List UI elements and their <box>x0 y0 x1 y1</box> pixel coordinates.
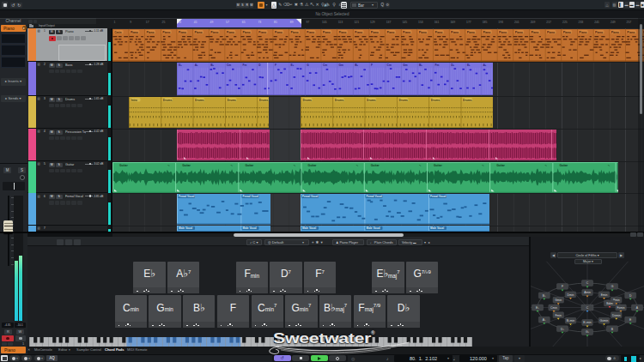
svg-text:Piano: Piano <box>467 30 475 33</box>
svg-text:B♭: B♭ <box>419 63 422 67</box>
svg-text:Femal Vocal: Femal Vocal <box>367 195 382 198</box>
svg-text:E♭: E♭ <box>179 63 182 67</box>
svg-text:Piano: Piano <box>611 30 619 33</box>
svg-text:Cm: Cm <box>387 63 392 67</box>
svg-text:E♭: E♭ <box>536 305 539 309</box>
svg-text:Piano: Piano <box>131 30 138 33</box>
svg-text:∿: ∿ <box>419 163 422 166</box>
svg-text:Male Vocal: Male Vocal <box>179 226 192 230</box>
svg-text:Drums: Drums <box>228 98 237 101</box>
svg-text:Piano: Piano <box>291 30 299 33</box>
svg-text:A♭: A♭ <box>195 63 198 67</box>
svg-text:Gm: Gm <box>339 63 343 67</box>
svg-text:B♭: B♭ <box>210 63 214 67</box>
svg-text:Male Vocal: Male Vocal <box>367 226 380 230</box>
svg-text:D♭: D♭ <box>561 327 564 330</box>
svg-text:A♭: A♭ <box>543 318 546 322</box>
svg-text:Piano: Piano <box>627 30 635 33</box>
svg-text:Amin: Amin <box>584 291 591 294</box>
svg-text:Cm: Cm <box>323 63 327 67</box>
svg-text:Dmin: Dmin <box>568 293 574 296</box>
svg-text:E♭: E♭ <box>291 63 295 67</box>
svg-text:Fmin: Fmin <box>555 313 562 317</box>
svg-text:Male Vocal: Male Vocal <box>430 226 444 230</box>
svg-text:Drums: Drums <box>335 98 344 101</box>
svg-text:Drums: Drums <box>463 98 472 101</box>
svg-text:Bdim: Bdim <box>606 301 613 305</box>
svg-text:∿: ∿ <box>482 163 484 166</box>
svg-text:Piano: Piano <box>499 30 507 33</box>
svg-text:∿: ∿ <box>544 163 547 166</box>
svg-text:Male Vocal: Male Vocal <box>302 226 316 230</box>
svg-text:Drums: Drums <box>431 98 440 101</box>
svg-text:Guitar: Guitar <box>496 163 505 166</box>
svg-text:Cmin: Cmin <box>550 305 557 309</box>
svg-text:Piano: Piano <box>563 30 571 33</box>
svg-text:∿: ∿ <box>356 163 359 166</box>
svg-text:Piano: Piano <box>210 30 218 33</box>
svg-text:∿: ∿ <box>293 163 295 166</box>
svg-text:A♭: A♭ <box>483 63 487 67</box>
svg-text:∿: ∿ <box>167 163 170 166</box>
svg-text:Femal Vocal: Femal Vocal <box>302 195 318 198</box>
svg-text:Piano: Piano <box>451 30 459 33</box>
svg-text:Emin: Emin <box>601 293 608 296</box>
svg-text:Gmin: Gmin <box>555 299 562 302</box>
svg-text:∿: ∿ <box>230 163 233 166</box>
svg-text:Gm: Gm <box>403 63 407 67</box>
svg-text:G♯min: G♯min <box>600 319 609 323</box>
svg-text:Guitar: Guitar <box>308 163 317 166</box>
svg-text:Piano: Piano <box>195 30 203 33</box>
svg-text:Piano: Piano <box>355 30 362 33</box>
svg-text:B♭min: B♭min <box>567 319 574 323</box>
svg-text:Piano: Piano <box>227 30 234 33</box>
svg-text:Piano: Piano <box>243 30 251 33</box>
svg-text:Femal Vocal: Femal Vocal <box>243 195 258 198</box>
svg-text:Cm: Cm <box>227 63 231 67</box>
svg-text:Piano: Piano <box>386 30 394 33</box>
svg-text:Piano: Piano <box>162 30 170 33</box>
svg-text:Femal Vocal: Femal Vocal <box>179 195 194 198</box>
svg-text:F: F <box>275 63 276 67</box>
svg-text:Guitar: Guitar <box>182 163 191 166</box>
svg-text:G: G <box>611 285 614 288</box>
svg-text:Piano: Piano <box>307 30 314 33</box>
svg-text:Guitar: Guitar <box>119 163 128 166</box>
svg-text:Piano: Piano <box>147 30 155 33</box>
svg-text:Drums: Drums <box>259 98 269 101</box>
svg-text:∿: ∿ <box>607 163 610 166</box>
svg-text:Piano: Piano <box>515 30 523 33</box>
svg-text:Piano: Piano <box>323 30 331 33</box>
svg-text:Drums: Drums <box>195 98 204 101</box>
svg-text:F: F <box>562 285 563 288</box>
svg-text:E♭min: E♭min <box>583 321 591 324</box>
svg-text:Cmin: Cmin <box>114 30 121 33</box>
svg-text:Guitar: Guitar <box>559 163 568 166</box>
svg-text:Piano: Piano <box>579 30 586 33</box>
svg-text:B♭: B♭ <box>543 293 546 297</box>
svg-text:Guitar: Guitar <box>371 163 380 166</box>
svg-text:Piano: Piano <box>258 30 266 33</box>
svg-text:Piano: Piano <box>419 30 427 33</box>
svg-text:Intro: Intro <box>131 98 137 101</box>
svg-text:G♭: G♭ <box>586 330 590 334</box>
svg-text:Piano: Piano <box>547 30 555 33</box>
svg-text:Male Vocal: Male Vocal <box>243 226 257 230</box>
svg-text:Piano: Piano <box>338 30 346 33</box>
svg-text:Drums: Drums <box>163 98 173 101</box>
svg-text:Piano: Piano <box>434 30 442 33</box>
svg-text:Piano: Piano <box>179 30 186 33</box>
svg-text:Piano: Piano <box>275 30 283 33</box>
svg-text:D♭: D♭ <box>451 63 454 67</box>
svg-text:Fm: Fm <box>243 63 247 67</box>
svg-text:Piano: Piano <box>483 30 490 33</box>
svg-text:E♭: E♭ <box>467 63 471 67</box>
svg-text:Piano: Piano <box>531 30 538 33</box>
svg-text:Piano: Piano <box>595 30 603 33</box>
svg-text:Guitar: Guitar <box>434 163 442 166</box>
svg-text:F♯min: F♯min <box>617 305 624 309</box>
svg-text:Drums: Drums <box>367 98 376 101</box>
svg-text:F: F <box>371 63 373 67</box>
svg-text:D♯min: D♯min <box>612 313 621 317</box>
svg-text:Guitar: Guitar <box>245 163 253 166</box>
